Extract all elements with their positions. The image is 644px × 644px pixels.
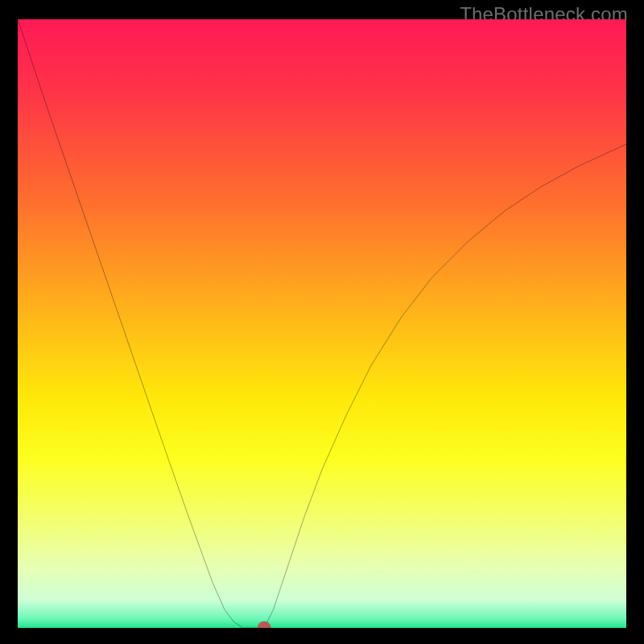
chart-svg (18, 19, 626, 628)
chart-plot-area (18, 19, 626, 628)
chart-gradient-background (18, 19, 626, 628)
chart-outer-frame: TheBottleneck.com (0, 0, 644, 644)
